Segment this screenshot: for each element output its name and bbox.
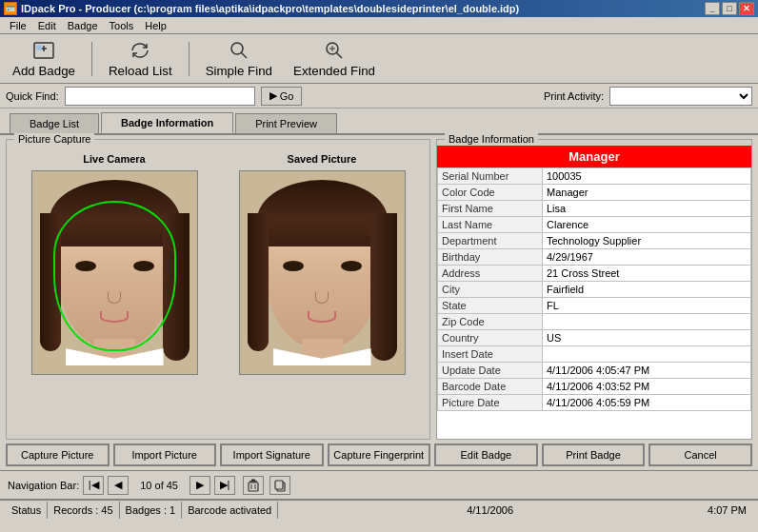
close-button[interactable]: ✕ xyxy=(739,2,754,15)
table-row: Serial Number100035 xyxy=(438,168,751,185)
svg-point-3 xyxy=(36,45,42,50)
badge-info-table: Serial Number100035Color CodeManagerFirs… xyxy=(437,167,751,411)
edit-badge-button[interactable]: Edit Badge xyxy=(434,443,538,466)
toolbar-separator xyxy=(91,42,92,76)
status-records: Records : 45 xyxy=(48,502,119,519)
menu-bar: File Edit Badge Tools Help xyxy=(0,17,758,34)
nav-next-button[interactable]: ▶ xyxy=(190,476,210,495)
table-row: Picture Date4/11/2006 4:05:59 PM xyxy=(438,395,751,411)
simple-find-label: Simple Find xyxy=(206,64,272,78)
navigation-bar: Navigation Bar: |◀ ◀ 10 of 45 ▶ ▶| xyxy=(0,470,758,499)
svg-line-5 xyxy=(241,53,247,59)
table-row: Last NameClarence xyxy=(438,217,751,233)
live-camera-frame xyxy=(31,170,198,375)
add-badge-icon xyxy=(32,39,55,62)
maximize-button[interactable]: □ xyxy=(722,2,737,15)
app-icon: 🪪 xyxy=(4,2,17,15)
navigation-record-info: 10 of 45 xyxy=(132,480,186,491)
add-badge-label: Add Badge xyxy=(12,64,75,78)
picture-capture-title: Picture Capture xyxy=(14,133,94,145)
svg-point-4 xyxy=(231,43,243,54)
table-row: StateFL xyxy=(438,298,751,314)
reload-icon xyxy=(129,39,151,62)
nav-copy-button[interactable] xyxy=(269,476,290,495)
cancel-button[interactable]: Cancel xyxy=(648,443,752,466)
svg-rect-10 xyxy=(249,481,257,483)
go-label: Go xyxy=(280,90,294,102)
toolbar-separator-2 xyxy=(189,42,190,76)
navigation-label: Navigation Bar: xyxy=(8,480,79,491)
status-date: 4/11/2006 xyxy=(461,502,519,519)
live-camera-column: Live Camera xyxy=(31,153,198,375)
capture-fingerprint-button[interactable]: Capture Fingerprint xyxy=(328,443,431,466)
table-row: Birthday4/29/1967 xyxy=(438,249,751,266)
extended-find-label: Extended Find xyxy=(293,64,375,78)
toolbar: Add Badge Reload List Simple Find Extend… xyxy=(0,34,758,84)
badge-info-title: Badge Information xyxy=(445,133,538,145)
quickfind-label: Quick Find: xyxy=(6,90,59,102)
menu-help[interactable]: Help xyxy=(139,18,172,33)
svg-rect-11 xyxy=(251,479,255,481)
table-row: DepartmentTechnology Supplier xyxy=(438,233,751,249)
nav-prev-button[interactable]: ◀ xyxy=(108,476,129,495)
saved-picture-column: Saved Picture xyxy=(239,153,406,375)
reload-list-button[interactable]: Reload List xyxy=(102,36,179,81)
table-row: Insert Date xyxy=(438,346,751,363)
menu-file[interactable]: File xyxy=(4,18,32,33)
title-bar: 🪪 IDpack Pro - Producer (c:\program file… xyxy=(0,0,758,17)
table-row: Address21 Cross Street xyxy=(438,266,751,282)
table-row: Barcode Date4/11/2006 4:03:52 PM xyxy=(438,379,751,395)
import-signature-button[interactable]: Import Signature xyxy=(220,443,324,466)
table-row: Update Date4/11/2006 4:05:47 PM xyxy=(438,363,751,379)
import-picture-button[interactable]: Import Picture xyxy=(113,443,217,466)
menu-edit[interactable]: Edit xyxy=(32,18,62,33)
extended-find-icon xyxy=(323,39,346,62)
tab-print-preview[interactable]: Print Preview xyxy=(235,113,337,133)
table-row: CityFairfield xyxy=(438,282,751,298)
print-activity-label: Print Activity: xyxy=(544,90,604,102)
badge-info-panel: Badge Information Manager Serial Number1… xyxy=(436,139,752,440)
reload-list-label: Reload List xyxy=(109,64,172,78)
nav-delete-button[interactable] xyxy=(243,476,264,495)
saved-picture-label: Saved Picture xyxy=(288,153,357,165)
simple-find-icon xyxy=(228,39,250,62)
saved-picture-frame xyxy=(239,170,406,375)
add-badge-button[interactable]: Add Badge xyxy=(6,36,82,81)
badge-info-header: Manager xyxy=(437,146,751,167)
svg-line-7 xyxy=(337,53,343,59)
table-row: CountryUS xyxy=(438,330,751,346)
picture-capture-panel: Picture Capture Live Camera xyxy=(6,139,430,440)
svg-rect-16 xyxy=(275,481,283,489)
tabs-bar: Badge List Badge Information Print Previ… xyxy=(4,108,754,133)
live-camera-label: Live Camera xyxy=(83,153,145,165)
capture-picture-button[interactable]: Capture Picture xyxy=(6,443,110,466)
nav-last-button[interactable]: ▶| xyxy=(214,476,235,495)
menu-badge[interactable]: Badge xyxy=(62,18,104,33)
table-row: Zip Code xyxy=(438,314,751,330)
go-icon: ▶ xyxy=(269,89,277,102)
status-bar: Status Records : 45 Badges : 1 Barcode a… xyxy=(0,499,758,520)
tab-badge-list[interactable]: Badge List xyxy=(10,113,99,133)
status-badges: Badges : 1 xyxy=(120,502,183,519)
table-row: Color CodeManager xyxy=(438,185,751,201)
badge-info-scroll[interactable]: Serial Number100035Color CodeManagerFirs… xyxy=(437,167,751,439)
status-time: 4:07 PM xyxy=(702,502,752,519)
print-badge-button[interactable]: Print Badge xyxy=(542,443,646,466)
minimize-button[interactable]: _ xyxy=(705,2,720,15)
simple-find-button[interactable]: Simple Find xyxy=(199,36,279,81)
title-bar-text: IDpack Pro - Producer (c:\program files\… xyxy=(21,3,519,14)
extended-find-button[interactable]: Extended Find xyxy=(287,36,382,81)
quickfind-bar: Quick Find: ▶ Go Print Activity: xyxy=(0,84,758,108)
svg-rect-12 xyxy=(249,483,258,491)
go-button[interactable]: ▶ Go xyxy=(261,87,303,106)
status-status: Status xyxy=(6,502,48,519)
print-activity-select[interactable] xyxy=(609,87,752,106)
table-row: First NameLisa xyxy=(438,201,751,217)
tab-badge-information[interactable]: Badge Information xyxy=(101,112,233,133)
quickfind-input[interactable] xyxy=(65,87,255,106)
status-barcode: Barcode activated xyxy=(182,502,278,519)
nav-first-button[interactable]: |◀ xyxy=(83,476,104,495)
menu-tools[interactable]: Tools xyxy=(104,18,140,33)
